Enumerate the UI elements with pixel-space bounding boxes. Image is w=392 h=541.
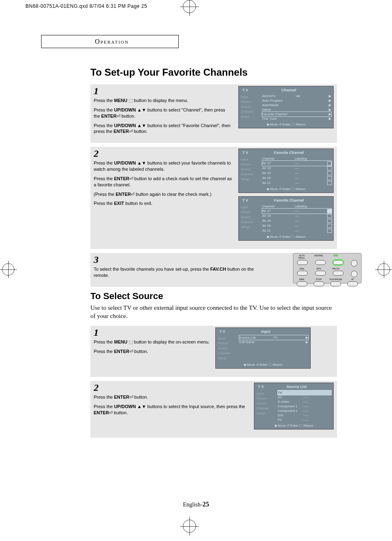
step-2-number: 2 xyxy=(94,149,233,158)
step-1-text: Press the MENU ⬚ button to display the m… xyxy=(94,98,233,135)
registration-mark-left xyxy=(2,263,14,276)
source-step-2-number: 2 xyxy=(94,383,248,392)
osd-input-menu: T VInput InputPictureSoundChannelSetup S… xyxy=(215,327,311,369)
step-1: 1 Press the MENU ⬚ button to display the… xyxy=(90,84,337,143)
osd-source-list: T VSource List InputPictureSoundChannelS… xyxy=(254,383,334,430)
registration-mark-bottom xyxy=(183,520,196,533)
osd-favorite-checked: T VFavorite Channel InputPictureSoundCha… xyxy=(238,196,334,241)
step-3-text: To select the favorite channels you have… xyxy=(94,266,258,279)
registration-mark-top xyxy=(183,0,196,13)
heading-favorite-channels: To Set-up Your Favorite Channels xyxy=(90,67,337,78)
page-footer: English-25 xyxy=(0,501,392,508)
source-step-1: 1 Press the MENU ⬚ button to display the… xyxy=(90,326,337,377)
section-header-operation: Operation xyxy=(41,35,179,48)
source-description: Use to select TV or other external input… xyxy=(90,304,337,320)
step-2: 2 Press the UP/DOWN ▲▼ buttons to select… xyxy=(90,147,337,249)
heading-select-source: To Select Source xyxy=(90,291,337,302)
source-step-1-number: 1 xyxy=(94,327,210,337)
source-step-2: 2 Press the ENTER⏎ button. Press the UP/… xyxy=(90,381,337,438)
source-step-2-text: Press the ENTER⏎ button. Press the UP/DO… xyxy=(94,394,248,416)
step-3: 3 To select the favorite channels you ha… xyxy=(90,253,337,287)
remote-diagram: AUTO PROG. ADD/DEL SIZE DNIe MTS FAV.CH xyxy=(293,253,362,283)
osd-channel-menu: T VChannel InputPictureSoundChannelSetup… xyxy=(238,86,334,138)
step-1-number: 1 xyxy=(94,86,233,96)
print-header: BN68-00751A-01ENG.qxd 8/7/04 6:31 PM Pag… xyxy=(25,3,147,9)
osd-favorite-unchecked: T VFavorite Channel InputPictureSoundCha… xyxy=(238,149,334,193)
step-2-text: Press the UP/DOWN ▲▼ buttons to select y… xyxy=(94,160,233,207)
registration-mark-right xyxy=(378,263,390,276)
source-step-1-text: Press the MENU ⬚ button to display the o… xyxy=(94,339,210,355)
